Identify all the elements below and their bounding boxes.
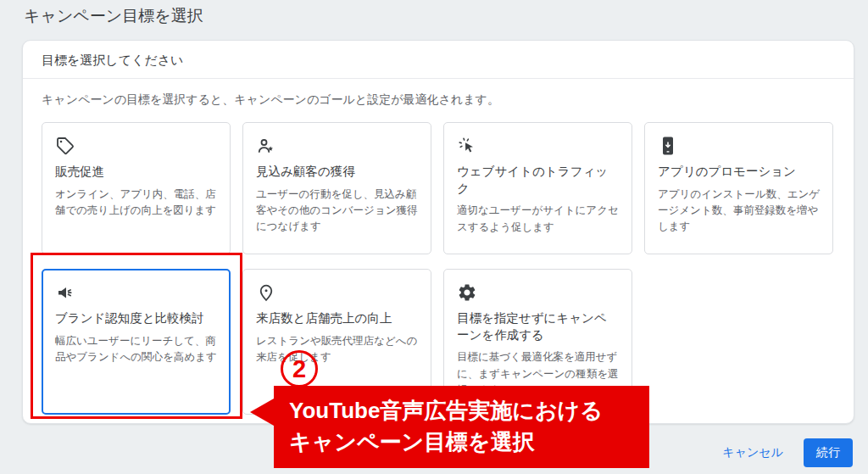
card-description: 幅広いユーザーにリーチして、商品やブランドへの関心を高めます [55,333,217,366]
card-description: オンライン、アプリ内、電話、店舗での売り上げの向上を図ります [55,187,217,220]
page-title: キャンペーン目標を選択 [24,5,203,27]
cancel-button[interactable]: キャンセル [722,445,783,460]
panel-description: キャンペーンの目標を選択すると、キャンペーンのゴールと設定が最適化されます。 [42,92,835,108]
card-sales[interactable]: 販売促進 オンライン、アプリ内、電話、店舗での売り上げの向上を図ります [42,122,231,254]
megaphone-icon [55,282,75,303]
callout-arrow-left-icon [250,399,274,426]
dialog-footer: キャンセル 続行 [722,438,853,467]
panel-body: キャンペーンの目標を選択すると、キャンペーンのゴールと設定が最適化されます。 販… [23,79,854,415]
tag-icon [55,136,75,156]
card-title: ウェブサイトのトラフィック [457,164,619,197]
annotation-step-number: 2 [281,350,318,388]
location-pin-icon [256,282,276,303]
card-app-promotion[interactable]: アプリのプロモーション アプリのインストール数、エンゲージメント数、事前登録数を… [644,122,833,254]
card-description: 適切なユーザーがサイトにアクセスするよう促します [457,203,619,236]
card-website-traffic[interactable]: ウェブサイトのトラフィック 適切なユーザーがサイトにアクセスするよう促します [443,122,632,254]
annotation-callout-banner: YouTube音声広告実施における キャンペーン目標を選択 [274,386,649,468]
card-title: ブランド認知度と比較検討 [55,310,217,327]
card-description: アプリのインストール数、エンゲージメント数、事前登録数を増やします [658,187,820,236]
callout-line-2: キャンペーン目標を選択 [289,427,637,458]
card-description: レストランや販売代理店などへの来店を促します [256,333,418,366]
card-title: 来店数と店舗売上の向上 [256,310,418,327]
card-title: 目標を指定せずにキャンペーンを作成する [457,310,619,343]
panel-header: 目標を選択してください [23,41,854,79]
callout-line-1: YouTube音声広告実施における [289,395,637,427]
gear-icon [457,282,477,303]
card-title: 見込み顧客の獲得 [256,164,418,181]
goal-selection-panel: 目標を選択してください キャンペーンの目標を選択すると、キャンペーンのゴールと設… [22,40,854,424]
cursor-click-icon [457,136,477,156]
leads-icon [256,136,276,156]
card-brand-awareness[interactable]: ブランド認知度と比較検討 幅広いユーザーにリーチして、商品やブランドへの関心を高… [42,269,231,415]
card-title: 販売促進 [55,164,217,181]
card-title: アプリのプロモーション [658,164,820,181]
cards-row-1: 販売促進 オンライン、アプリ内、電話、店舗での売り上げの向上を図ります 見込み顧… [42,122,835,254]
card-description: ユーザーの行動を促し、見込み顧客やその他のコンバージョン獲得につなげます [256,187,418,236]
card-leads[interactable]: 見込み顧客の獲得 ユーザーの行動を促し、見込み顧客やその他のコンバージョン獲得に… [242,122,431,254]
continue-button[interactable]: 続行 [804,438,853,467]
app-download-icon [658,136,678,156]
